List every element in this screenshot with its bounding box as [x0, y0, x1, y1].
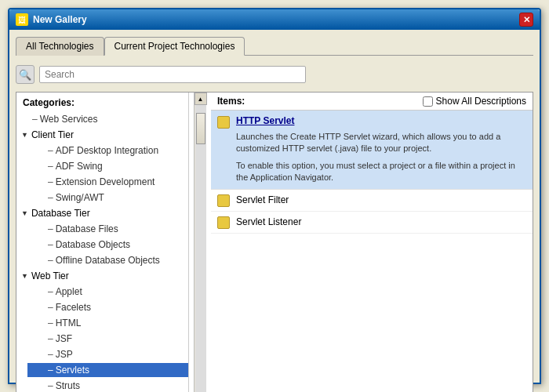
tab-bar: All Technologies Current Project Technol… [16, 36, 533, 56]
show-all-checkbox[interactable] [423, 96, 433, 107]
scroll-track [195, 105, 206, 392]
tree-item-struts[interactable]: –Struts [27, 378, 188, 392]
item-http-servlet[interactable]: HTTP Servlet Launches the Create HTTP Se… [211, 111, 533, 190]
servlet-listener-icon [217, 216, 230, 229]
window-body: All Technologies Current Project Technol… [9, 30, 540, 392]
tree-item-database-tier[interactable]: ▼ Database Tier [16, 205, 188, 221]
http-servlet-title: HTTP Servlet [236, 115, 294, 126]
servlet-filter-title: Servlet Filter [236, 194, 289, 205]
tree-item-offline-database[interactable]: –Offline Database Objects [27, 252, 188, 268]
tree-item-jsp[interactable]: –JSP [27, 347, 188, 362]
items-label: Items: [217, 96, 245, 107]
window-title: New Gallery [33, 14, 87, 25]
tree-item-database-files[interactable]: –Database Files [27, 221, 188, 237]
tree-item-adf-swing[interactable]: –ADF Swing [27, 158, 188, 174]
items-header: Items: Show All Descriptions [211, 93, 533, 111]
tab-all-technologies[interactable]: All Technologies [16, 37, 104, 56]
tree-item-extension-dev[interactable]: –Extension Development [27, 174, 188, 190]
servlet-icon [217, 116, 230, 129]
show-all-descriptions[interactable]: Show All Descriptions [423, 96, 526, 107]
title-bar: 🖼 New Gallery ✕ [9, 9, 540, 30]
main-content: Categories: –Web Services ▼ Client Tier … [16, 92, 533, 392]
scroll-up-button[interactable]: ▲ [195, 93, 207, 105]
categories-scrollbar[interactable]: ▲ ▼ [194, 93, 206, 392]
show-all-label: Show All Descriptions [436, 96, 526, 107]
tree-item-servlets[interactable]: –Servlets [27, 362, 188, 378]
tree-item-database-objects[interactable]: –Database Objects [27, 237, 188, 252]
tree-item-web-tier[interactable]: ▼ Web Tier [16, 268, 188, 284]
tree-item-html[interactable]: –HTML [27, 315, 188, 331]
tree-item-client-tier[interactable]: ▼ Client Tier [16, 127, 188, 143]
item-servlet-listener[interactable]: Servlet Listener [211, 212, 533, 234]
tree-item-applet[interactable]: –Applet [27, 284, 188, 299]
search-icon: 🔍 [16, 65, 35, 84]
servlet-filter-icon [217, 194, 230, 207]
tree-item-web-services[interactable]: –Web Services [16, 111, 188, 127]
search-bar: 🔍 [16, 62, 533, 87]
window-icon: 🖼 [16, 13, 28, 26]
http-servlet-desc1: Launches the Create HTTP Servlet wizard,… [217, 131, 526, 155]
tree-item-swing-awt[interactable]: –Swing/AWT [27, 190, 188, 205]
item-servlet-filter[interactable]: Servlet Filter [211, 190, 533, 212]
categories-panel: Categories: –Web Services ▼ Client Tier … [16, 93, 189, 392]
tree-item-jsf[interactable]: –JSF [27, 331, 188, 347]
tab-current-project[interactable]: Current Project Technologies [104, 37, 245, 56]
scroll-thumb[interactable] [196, 113, 205, 144]
tree-item-adf-desktop[interactable]: –ADF Desktop Integration [27, 143, 188, 158]
tree-item-facelets[interactable]: –Facelets [27, 299, 188, 315]
close-button[interactable]: ✕ [519, 13, 533, 27]
categories-label: Categories: [16, 96, 188, 111]
new-gallery-window: 🖼 New Gallery ✕ All Technologies Current… [8, 8, 541, 384]
items-panel: Items: Show All Descriptions HTTP Servle… [211, 93, 533, 392]
http-servlet-desc2: To enable this option, you must select a… [217, 160, 526, 184]
servlet-listener-title: Servlet Listener [236, 216, 301, 227]
search-input[interactable] [39, 66, 306, 83]
